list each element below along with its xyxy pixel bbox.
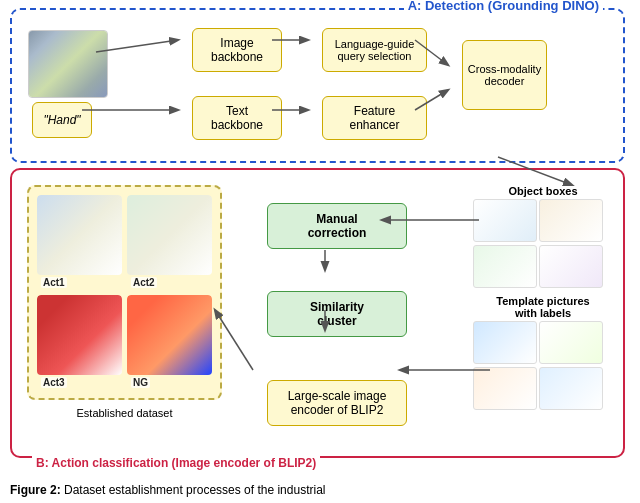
main-container: A: Detection (Grounding DINO) Image back…: [0, 0, 640, 503]
obj-thumb-4: [539, 245, 603, 288]
hand-box: "Hand": [32, 102, 92, 138]
tmpl-thumb-1: [473, 321, 537, 364]
section-b: B: Action classification (Image encoder …: [10, 168, 625, 458]
dataset-label: Established dataset: [27, 407, 222, 419]
template-label: Template pictures with labels: [473, 295, 613, 319]
image-backbone-box: Image backbone: [192, 28, 282, 72]
obj-thumb-1: [473, 199, 537, 242]
right-panel: Object boxes Template pictures with labe…: [473, 185, 613, 440]
section-a: A: Detection (Grounding DINO) Image back…: [10, 8, 625, 163]
section-b-label: B: Action classification (Image encoder …: [32, 456, 320, 470]
figure-caption: Figure 2: Dataset establishment processe…: [10, 482, 630, 499]
act2-label: Act2: [131, 277, 157, 288]
template-pics-grid: [473, 321, 603, 411]
dataset-grid: Act1 Act2 Act3 NG: [27, 185, 222, 400]
obj-thumb-2: [539, 199, 603, 242]
section-a-label: A: Detection (Grounding DINO): [404, 0, 603, 13]
large-scale-encoder-box: Large-scale image encoder of BLIP2: [267, 380, 407, 426]
tmpl-thumb-4: [539, 367, 603, 410]
feature-enhancer-box: Feature enhancer: [322, 96, 427, 140]
caption-text: Dataset establishment processes of the i…: [61, 483, 326, 497]
figure-prefix: Figure 2:: [10, 483, 61, 497]
language-guide-box: Language-guide query selection: [322, 28, 427, 72]
cross-modality-box: Cross-modality decoder: [462, 40, 547, 110]
act1-label: Act1: [41, 277, 67, 288]
act3-label: Act3: [41, 377, 67, 388]
obj-thumb-3: [473, 245, 537, 288]
object-boxes-grid: [473, 199, 603, 289]
template-pictures-section: Template pictures with labels: [473, 295, 613, 411]
object-boxes-section: Object boxes: [473, 185, 613, 289]
center-panel: Manual correction Similarity cluster Lar…: [232, 182, 442, 447]
act2-item: Act2: [127, 195, 212, 290]
object-boxes-label: Object boxes: [473, 185, 613, 197]
manual-correction-box: Manual correction: [267, 203, 407, 249]
text-backbone-box: Text backbone: [192, 96, 282, 140]
tmpl-thumb-3: [473, 367, 537, 410]
ng-item: NG: [127, 295, 212, 390]
act3-item: Act3: [37, 295, 122, 390]
ng-label: NG: [131, 377, 150, 388]
input-image: [28, 30, 108, 98]
tmpl-thumb-2: [539, 321, 603, 364]
similarity-cluster-box: Similarity cluster: [267, 291, 407, 337]
act1-item: Act1: [37, 195, 122, 290]
